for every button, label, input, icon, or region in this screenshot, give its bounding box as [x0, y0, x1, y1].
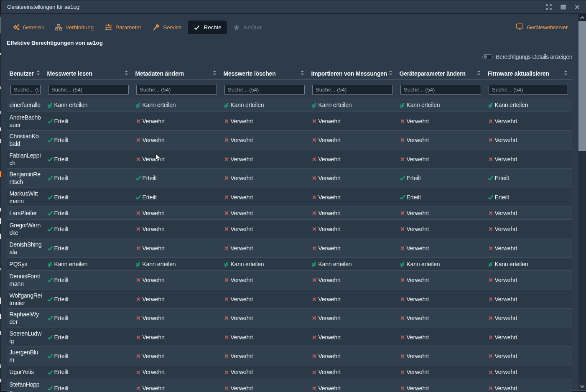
permission-cell-denied[interactable]: Verwehrt [132, 150, 221, 169]
expand-window-button[interactable] [546, 4, 552, 10]
permission-cell-granted[interactable]: Erteilt [44, 188, 132, 207]
permission-cell-denied[interactable]: Verwehrt [308, 309, 397, 328]
permission-cell-can_grant[interactable]: Kann erteilen [221, 258, 308, 271]
permission-cell-denied[interactable]: Verwehrt [132, 131, 221, 150]
permission-cell-denied[interactable]: Verwehrt [221, 169, 308, 188]
permission-cell-denied[interactable]: Verwehrt [485, 220, 572, 239]
column-search-input-4[interactable] [312, 85, 393, 95]
permission-cell-denied[interactable]: Verwehrt [132, 239, 221, 258]
permission-cell-denied[interactable]: Verwehrt [221, 347, 308, 366]
permission-cell-denied[interactable]: Verwehrt [221, 112, 308, 131]
permission-cell-denied[interactable]: Verwehrt [485, 131, 572, 150]
permission-cell-denied[interactable]: Verwehrt [397, 112, 485, 131]
permission-cell-granted[interactable]: Erteilt [44, 379, 132, 392]
column-header-4[interactable]: Importieren von Messungen [308, 66, 397, 79]
permission-cell-denied[interactable]: Verwehrt [132, 207, 221, 220]
column-search-input-2[interactable] [136, 85, 217, 95]
sort-icon[interactable] [389, 70, 392, 77]
permission-cell-denied[interactable]: Verwehrt [397, 220, 485, 239]
permission-cell-granted[interactable]: Erteilt [44, 220, 132, 239]
permission-cell-can_grant[interactable]: Kann erteilen [132, 258, 221, 271]
permission-cell-denied[interactable]: Verwehrt [132, 220, 221, 239]
permission-cell-can_grant[interactable]: Kann erteilen [221, 99, 308, 112]
permission-cell-denied[interactable]: Verwehrt [132, 309, 221, 328]
permission-cell-denied[interactable]: Verwehrt [132, 290, 221, 309]
column-header-1[interactable]: Messwerte lesen [44, 66, 132, 79]
permission-cell-granted[interactable]: Erteilt [485, 169, 572, 188]
permission-cell-granted[interactable]: Erteilt [44, 169, 132, 188]
permission-cell-denied[interactable]: Verwehrt [132, 366, 221, 379]
permission-cell-denied[interactable]: Verwehrt [308, 290, 397, 309]
permission-cell-denied[interactable]: Verwehrt [397, 239, 485, 258]
permission-cell-granted[interactable]: Erteilt [397, 169, 485, 188]
permission-cell-denied[interactable]: Verwehrt [397, 290, 485, 309]
column-search-input-3[interactable] [224, 85, 305, 95]
column-header-6[interactable]: Firmware aktualisieren [485, 66, 572, 79]
sort-icon[interactable] [125, 70, 128, 77]
permission-cell-denied[interactable]: Verwehrt [221, 207, 308, 220]
permission-cell-denied[interactable]: Verwehrt [485, 271, 572, 290]
permission-cell-denied[interactable]: Verwehrt [221, 328, 308, 347]
permission-cell-granted[interactable]: Erteilt [44, 150, 132, 169]
permission-cell-denied[interactable]: Verwehrt [485, 290, 572, 309]
permission-cell-can_grant[interactable]: Kann erteilen [397, 99, 485, 112]
column-header-2[interactable]: Metadaten ändern [132, 66, 221, 79]
scrollbar-thumb[interactable] [578, 21, 586, 151]
permission-cell-denied[interactable]: Verwehrt [485, 328, 572, 347]
permission-cell-denied[interactable]: Verwehrt [132, 379, 221, 392]
scroll-down-button[interactable] [578, 383, 586, 390]
permission-cell-granted[interactable]: Erteilt [44, 328, 132, 347]
device-webserver-link[interactable]: Gerätewebserver [516, 20, 568, 34]
permission-cell-can_grant[interactable]: Kann erteilen [397, 258, 485, 271]
permission-cell-granted[interactable]: Erteilt [485, 188, 572, 207]
permission-cell-denied[interactable]: Verwehrt [397, 309, 485, 328]
permission-cell-granted[interactable]: Erteilt [132, 188, 221, 207]
permission-cell-granted[interactable]: Erteilt [44, 347, 132, 366]
permission-cell-denied[interactable]: Verwehrt [308, 220, 397, 239]
permission-cell-denied[interactable]: Verwehrt [485, 379, 572, 392]
permission-cell-denied[interactable]: Verwehrt [132, 112, 221, 131]
permission-cell-granted[interactable]: Erteilt [44, 366, 132, 379]
permission-cell-denied[interactable]: Verwehrt [221, 309, 308, 328]
column-header-5[interactable]: Geräteparameter ändern [397, 66, 485, 79]
permission-cell-denied[interactable]: Verwehrt [221, 131, 308, 150]
sort-icon[interactable] [477, 70, 481, 77]
permission-cell-granted[interactable]: Erteilt [44, 131, 132, 150]
permission-cell-granted[interactable]: Erteilt [44, 271, 132, 290]
permission-cell-can_grant[interactable]: Kann erteilen [44, 258, 132, 271]
permission-cell-denied[interactable]: Verwehrt [221, 271, 308, 290]
permission-cell-granted[interactable]: Erteilt [44, 207, 132, 220]
permission-cell-denied[interactable]: Verwehrt [221, 220, 308, 239]
permission-cell-denied[interactable]: Verwehrt [485, 207, 572, 220]
column-header-benutzer[interactable]: Benutzer [7, 66, 44, 79]
tab-rechte[interactable]: Rechte [187, 20, 227, 34]
permission-cell-denied[interactable]: Verwehrt [397, 328, 485, 347]
permission-cell-denied[interactable]: Verwehrt [308, 207, 397, 220]
permission-cell-denied[interactable]: Verwehrt [308, 188, 397, 207]
permission-cell-granted[interactable]: Erteilt [397, 188, 485, 207]
permission-cell-denied[interactable]: Verwehrt [397, 379, 485, 392]
permission-details-toggle[interactable] [482, 54, 493, 59]
permission-cell-denied[interactable]: Verwehrt [485, 309, 572, 328]
permission-cell-can_grant[interactable]: Kann erteilen [132, 99, 221, 112]
permission-cell-denied[interactable]: Verwehrt [221, 290, 308, 309]
maximize-window-button[interactable] [560, 4, 566, 10]
tab-service[interactable]: Service [147, 20, 187, 34]
sort-icon[interactable] [301, 70, 304, 77]
sort-icon[interactable] [36, 70, 40, 77]
permission-cell-denied[interactable]: Verwehrt [308, 131, 397, 150]
permission-cell-denied[interactable]: Verwehrt [132, 347, 221, 366]
permission-cell-denied[interactable]: Verwehrt [485, 239, 572, 258]
permission-cell-can_grant[interactable]: Kann erteilen [308, 258, 397, 271]
permission-cell-denied[interactable]: Verwehrt [485, 347, 572, 366]
column-search-input-5[interactable] [400, 85, 481, 95]
permission-cell-denied[interactable]: Verwehrt [485, 150, 572, 169]
permission-cell-denied[interactable]: Verwehrt [308, 112, 397, 131]
permission-cell-granted[interactable]: Erteilt [44, 309, 132, 328]
permission-cell-denied[interactable]: Verwehrt [397, 131, 485, 150]
permission-cell-denied[interactable]: Verwehrt [308, 169, 397, 188]
permission-cell-can_grant[interactable]: Kann erteilen [485, 99, 572, 112]
column-header-3[interactable]: Messwerte löschen [221, 66, 308, 79]
tab-nequal[interactable]: NeQual [227, 20, 268, 34]
permission-cell-denied[interactable]: Verwehrt [485, 366, 572, 379]
